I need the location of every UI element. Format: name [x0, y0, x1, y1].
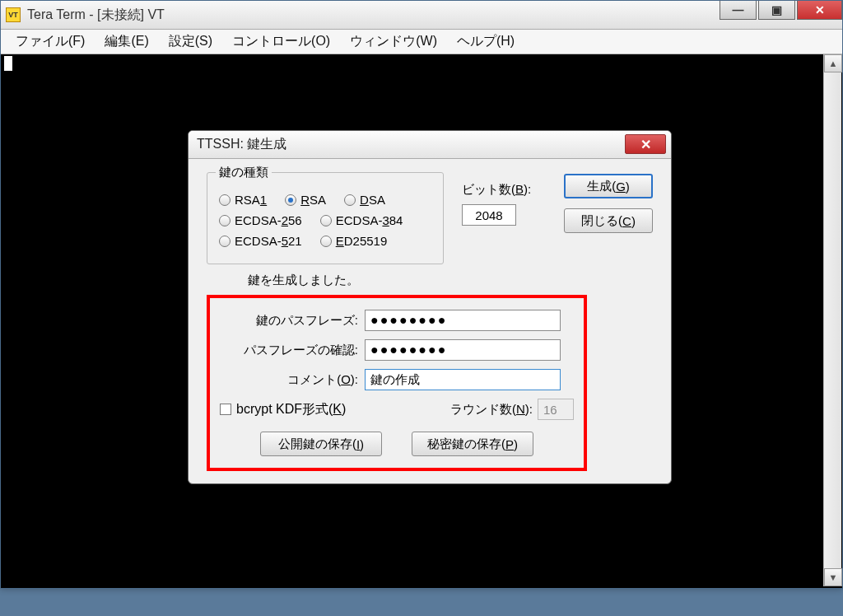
radio-dsa[interactable]: DSA	[344, 193, 385, 207]
save-public-key-button[interactable]: 公開鍵の保存(I)	[260, 432, 382, 456]
scroll-down-icon[interactable]: ▼	[824, 568, 842, 586]
comment-label: コメント(O):	[220, 372, 365, 388]
menu-help[interactable]: ヘルプ(H)	[447, 30, 524, 53]
radio-ecdsa384[interactable]: ECDSA-384	[320, 213, 403, 227]
window-buttons: — ▣ ✕	[718, 1, 842, 20]
radio-ecdsa521[interactable]: ECDSA-521	[219, 234, 302, 248]
rounds-label: ラウンド数(N):	[450, 402, 533, 418]
radio-rsa1[interactable]: RSA1	[219, 193, 267, 207]
radio-dot-icon	[320, 215, 332, 226]
radio-dot-icon	[320, 236, 332, 247]
radio-dot-icon	[285, 194, 296, 206]
close-button[interactable]: ✕	[797, 1, 842, 20]
comment-input[interactable]	[365, 369, 561, 390]
dialog-body: 鍵の種類 RSA1 RSA DSA ECDSA-256 ECDSA-384 EC…	[189, 159, 671, 484]
radio-dot-icon	[219, 215, 231, 226]
dialog-close-button[interactable]: ✕	[625, 134, 666, 154]
app-icon: VT	[6, 7, 21, 22]
vertical-scrollbar[interactable]: ▲ ▼	[823, 54, 841, 586]
window-title: Tera Term - [未接続] VT	[27, 7, 165, 24]
terminal-cursor	[4, 56, 12, 71]
rounds-input	[538, 399, 574, 420]
status-text: 鍵を生成しました。	[248, 273, 653, 288]
radio-ed25519[interactable]: ED25519	[320, 234, 388, 248]
highlighted-section: 鍵のパスフレーズ: パスフレーズの確認: コメント(O): bcrypt KDF…	[207, 295, 587, 471]
key-type-group: 鍵の種類 RSA1 RSA DSA ECDSA-256 ECDSA-384 EC…	[207, 172, 444, 264]
menu-setup[interactable]: 設定(S)	[159, 30, 222, 53]
menu-window[interactable]: ウィンドウ(W)	[340, 30, 447, 53]
passphrase-input[interactable]	[365, 310, 561, 331]
menu-file[interactable]: ファイル(F)	[6, 30, 95, 53]
menu-edit[interactable]: 編集(E)	[95, 30, 158, 53]
radio-dot-icon	[219, 236, 231, 247]
dialog-title: TTSSH: 鍵生成	[197, 136, 286, 153]
menubar: ファイル(F) 編集(E) 設定(S) コントロール(O) ウィンドウ(W) ヘ…	[1, 30, 842, 54]
bcrypt-label: bcrypt KDF形式(K)	[236, 402, 346, 416]
checkbox-icon	[220, 404, 231, 415]
minimize-button[interactable]: —	[720, 1, 757, 20]
passphrase-label: 鍵のパスフレーズ:	[220, 313, 365, 329]
radio-dot-icon	[219, 194, 231, 206]
radio-ecdsa256[interactable]: ECDSA-256	[219, 213, 302, 227]
scroll-up-icon[interactable]: ▲	[824, 54, 842, 72]
menu-control[interactable]: コントロール(O)	[222, 30, 340, 53]
dialog-close-btn[interactable]: 閉じる(C)	[564, 208, 653, 233]
keygen-dialog: TTSSH: 鍵生成 ✕ 鍵の種類 RSA1 RSA DSA ECDSA-256…	[188, 130, 672, 484]
generate-button[interactable]: 生成(G)	[564, 174, 653, 198]
titlebar: VT Tera Term - [未接続] VT — ▣ ✕	[1, 1, 842, 30]
radio-dot-icon	[344, 194, 356, 206]
bcrypt-checkbox[interactable]: bcrypt KDF形式(K)	[220, 401, 346, 418]
radio-rsa[interactable]: RSA	[285, 193, 326, 207]
passphrase-confirm-label: パスフレーズの確認:	[220, 343, 365, 358]
key-type-group-label: 鍵の種類	[216, 165, 272, 180]
passphrase-confirm-input[interactable]	[365, 339, 561, 361]
maximize-button[interactable]: ▣	[758, 1, 795, 20]
save-private-key-button[interactable]: 秘密鍵の保存(P)	[412, 432, 533, 456]
dialog-titlebar: TTSSH: 鍵生成 ✕	[189, 131, 671, 159]
